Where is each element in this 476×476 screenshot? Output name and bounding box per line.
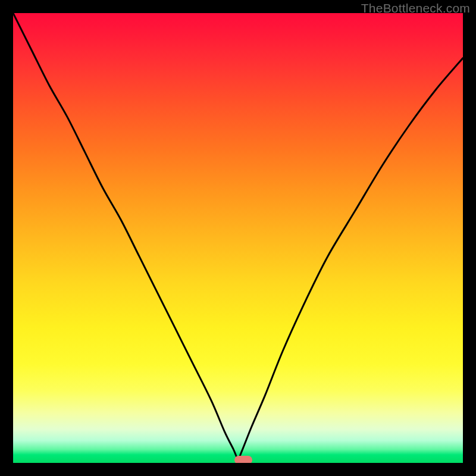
- plot-area: [13, 13, 463, 463]
- bottleneck-curve: [13, 13, 463, 463]
- curve-path: [13, 13, 463, 458]
- chart-frame: TheBottleneck.com: [0, 0, 476, 476]
- watermark-text: TheBottleneck.com: [361, 1, 470, 15]
- optimal-point-marker: [234, 456, 252, 463]
